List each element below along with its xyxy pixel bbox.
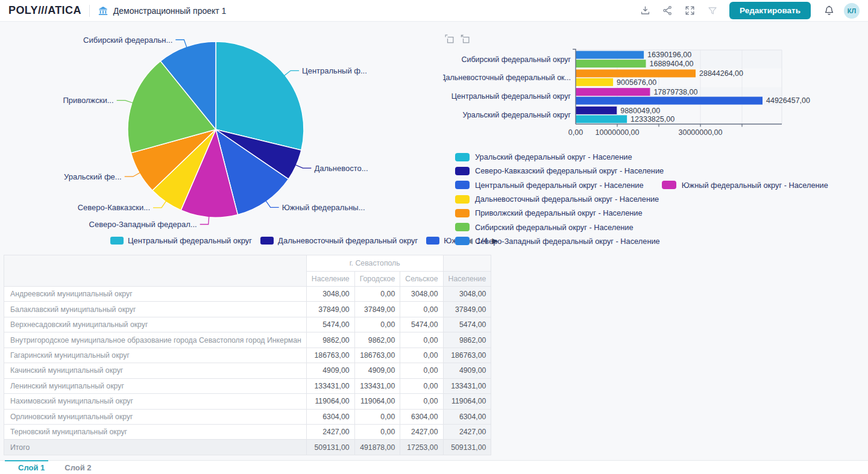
data-cell[interactable]: 0,00 bbox=[354, 317, 400, 332]
fullscreen-icon[interactable] bbox=[679, 0, 701, 22]
data-cell[interactable]: 119064,00 bbox=[443, 394, 491, 409]
data-cell[interactable]: 37849,00 bbox=[306, 302, 354, 317]
row-header-cell[interactable]: Балаклавский муниципальный округ bbox=[4, 302, 307, 317]
pie-chart: Центральный ф...Дальневосто...Южный феде… bbox=[0, 23, 434, 235]
row-header-cell[interactable]: Орлиновский муниципальный округ bbox=[4, 409, 307, 424]
table-column-header-2[interactable]: Сельское bbox=[400, 272, 443, 287]
data-cell[interactable]: 6304,00 bbox=[443, 409, 491, 424]
data-cell[interactable]: 2427,00 bbox=[400, 424, 443, 439]
row-header-cell[interactable]: Верхнесадовский муниципальный округ bbox=[4, 317, 307, 332]
pie-legend-item-1[interactable]: Дальневосточный федеральный округ bbox=[260, 236, 418, 245]
data-cell[interactable]: 3048,00 bbox=[443, 287, 491, 302]
data-cell[interactable]: 509131,00 bbox=[443, 440, 491, 455]
data-cell[interactable]: 186763,00 bbox=[443, 348, 491, 363]
data-cell[interactable]: 9862,00 bbox=[354, 332, 400, 348]
data-cell[interactable]: 6304,00 bbox=[400, 409, 443, 424]
row-header-cell[interactable]: Гагаринский муниципальный округ bbox=[4, 348, 307, 363]
data-cell[interactable]: 3048,00 bbox=[306, 287, 354, 302]
bar-4[interactable] bbox=[576, 88, 650, 96]
bar-legend-item[interactable]: Южный федеральный округ - Население bbox=[662, 181, 828, 190]
data-cell[interactable]: 0,00 bbox=[400, 394, 443, 409]
data-cell[interactable]: 5474,00 bbox=[443, 317, 491, 332]
data-cell[interactable]: 4909,00 bbox=[354, 363, 400, 378]
bar-legend-item[interactable]: Сибирский федеральный округ - Население bbox=[455, 223, 634, 232]
data-cell[interactable]: 3048,00 bbox=[400, 287, 443, 302]
bar-0[interactable] bbox=[576, 51, 644, 59]
bar-legend-item[interactable]: Центральный федеральный округ - Населени… bbox=[455, 181, 644, 190]
pie-legend-item-0[interactable]: Центральный федеральный округ bbox=[110, 236, 252, 245]
tab-layer-2[interactable]: Слой 2 bbox=[64, 463, 91, 472]
data-cell[interactable]: 0,00 bbox=[400, 332, 443, 348]
table-column-header-0[interactable]: Население bbox=[306, 272, 354, 287]
data-cell[interactable]: 0,00 bbox=[400, 363, 443, 378]
user-avatar[interactable]: КЛ bbox=[844, 3, 860, 19]
data-cell[interactable]: 0,00 bbox=[354, 424, 400, 439]
data-cell[interactable]: 5474,00 bbox=[306, 317, 354, 332]
data-cell[interactable]: 133431,00 bbox=[306, 378, 354, 393]
data-cell[interactable]: 6304,00 bbox=[306, 409, 354, 424]
pie-leader-line bbox=[125, 172, 140, 176]
bar-3[interactable] bbox=[576, 78, 613, 86]
data-cell[interactable]: 9862,00 bbox=[443, 332, 491, 348]
table-group-header[interactable]: г. Севастополь bbox=[306, 255, 443, 272]
data-cell[interactable]: 0,00 bbox=[354, 287, 400, 302]
reset-zoom-icon[interactable] bbox=[460, 34, 470, 44]
legend-swatch bbox=[662, 181, 676, 189]
pivot-table: г. СевастопольНаселениеГородскоеСельское… bbox=[4, 255, 491, 455]
data-cell[interactable]: 0,00 bbox=[354, 409, 400, 424]
data-cell[interactable]: 0,00 bbox=[400, 378, 443, 393]
data-cell[interactable]: 2427,00 bbox=[306, 424, 354, 439]
row-header-cell[interactable]: Андреевский муниципальный округ bbox=[4, 287, 307, 302]
data-cell[interactable]: 2427,00 bbox=[443, 424, 491, 439]
data-cell[interactable]: 9862,00 bbox=[306, 332, 354, 348]
data-cell[interactable]: 119064,00 bbox=[354, 394, 400, 409]
data-cell[interactable]: 186763,00 bbox=[306, 348, 354, 363]
data-cell[interactable]: 17253,00 bbox=[400, 440, 443, 455]
row-header-cell[interactable]: Ленинский муниципальный округ bbox=[4, 378, 307, 393]
data-cell[interactable]: 4909,00 bbox=[306, 363, 354, 378]
tab-layer-1[interactable]: Слой 1 bbox=[18, 463, 45, 472]
data-cell[interactable]: 37849,00 bbox=[354, 302, 400, 317]
bar-1[interactable] bbox=[576, 60, 646, 67]
data-cell[interactable]: 0,00 bbox=[400, 348, 443, 363]
row-header-cell[interactable]: Внутригородское муниципальное образовани… bbox=[4, 332, 307, 348]
data-cell[interactable]: 186763,00 bbox=[354, 348, 400, 363]
data-cell[interactable]: 37849,00 bbox=[443, 302, 491, 317]
data-cell[interactable]: 491878,00 bbox=[354, 440, 400, 455]
legend-row: Дальневосточный федеральный округ - Насе… bbox=[455, 192, 828, 206]
table-column-header-1[interactable]: Городское bbox=[354, 272, 400, 287]
edit-button[interactable]: Редактировать bbox=[729, 2, 811, 19]
row-header-cell[interactable]: Нахимовский муниципальный округ bbox=[4, 394, 307, 409]
share-icon[interactable] bbox=[656, 0, 679, 22]
topbar-actions: Редактировать КЛ bbox=[634, 0, 860, 22]
bar-chart: 16390196,0016889404,0028844264,009005676… bbox=[443, 47, 868, 137]
row-header-cell[interactable]: Терновский муниципальный округ bbox=[4, 424, 307, 439]
bar-value-label: 16390196,00 bbox=[647, 51, 691, 59]
data-cell[interactable]: 0,00 bbox=[400, 302, 443, 317]
data-cell[interactable]: 133431,00 bbox=[443, 378, 491, 393]
row-header-cell[interactable]: Качинский муниципальный округ bbox=[4, 363, 307, 378]
bar-7[interactable] bbox=[576, 115, 627, 123]
bell-icon[interactable] bbox=[818, 0, 840, 22]
bar-6[interactable] bbox=[576, 107, 617, 114]
bar-5[interactable] bbox=[576, 97, 763, 105]
bar-legend-item[interactable]: Приволжский федеральный округ - Населени… bbox=[455, 208, 643, 217]
data-cell[interactable]: 4909,00 bbox=[443, 363, 491, 378]
bar-legend-item[interactable]: Северо-Кавказский федеральный округ - На… bbox=[455, 166, 664, 175]
bar-2[interactable] bbox=[576, 69, 696, 77]
pie-slice-label: Сибирский федеральн... bbox=[83, 36, 172, 45]
filter-icon[interactable] bbox=[701, 0, 723, 22]
data-cell[interactable]: 133431,00 bbox=[354, 378, 400, 393]
table-corner-cell bbox=[4, 255, 307, 287]
bar-legend-item[interactable]: Дальневосточный федеральный округ - Насе… bbox=[455, 195, 659, 204]
download-icon[interactable] bbox=[634, 0, 656, 22]
data-cell[interactable]: 5474,00 bbox=[400, 317, 443, 332]
pie-legend-item-2[interactable]: Юж bbox=[426, 236, 457, 245]
data-cell[interactable]: 119064,00 bbox=[306, 394, 354, 409]
bar-legend-item[interactable]: Северо-Западный федеральный округ - Насе… bbox=[455, 237, 660, 246]
select-area-icon[interactable] bbox=[444, 34, 454, 44]
bar-legend-item[interactable]: Уральский федеральный округ - Население bbox=[455, 152, 632, 161]
row-header-cell[interactable]: Итого bbox=[4, 440, 307, 455]
table-column-header-3[interactable]: Население bbox=[443, 272, 491, 287]
data-cell[interactable]: 509131,00 bbox=[306, 440, 354, 455]
